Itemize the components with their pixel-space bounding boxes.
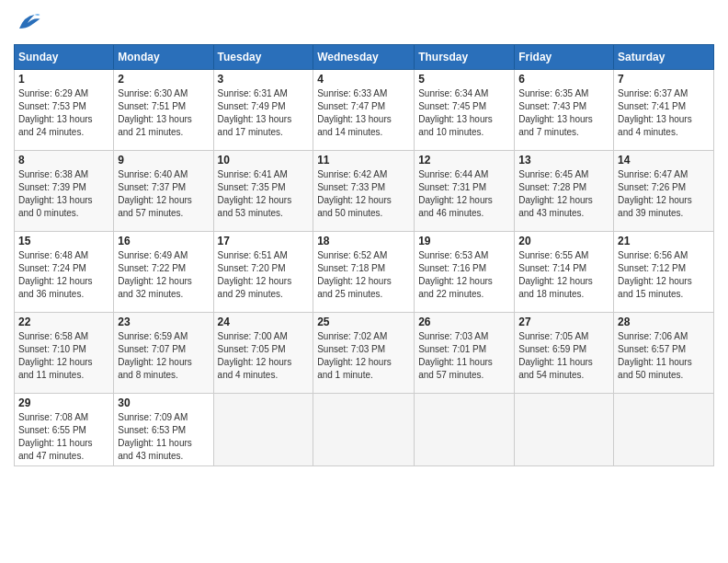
day-number: 15: [18, 235, 109, 247]
day-info: Sunrise: 6:49 AM Sunset: 7:22 PM Dayligh…: [118, 249, 209, 301]
table-row: 5Sunrise: 6:34 AM Sunset: 7:45 PM Daylig…: [415, 70, 515, 151]
day-number: 21: [618, 235, 710, 247]
day-number: 25: [317, 316, 410, 328]
day-number: 30: [118, 396, 209, 409]
day-info: Sunrise: 6:40 AM Sunset: 7:37 PM Dayligh…: [118, 168, 209, 220]
table-row: [415, 394, 515, 466]
day-info: Sunrise: 7:09 AM Sunset: 6:53 PM Dayligh…: [118, 411, 209, 463]
day-number: 19: [418, 235, 510, 247]
table-row: 10Sunrise: 6:41 AM Sunset: 7:35 PM Dayli…: [213, 151, 313, 232]
day-number: 10: [218, 154, 310, 167]
day-info: Sunrise: 6:56 AM Sunset: 7:12 PM Dayligh…: [618, 249, 710, 301]
table-row: [614, 394, 714, 466]
table-row: 21Sunrise: 6:56 AM Sunset: 7:12 PM Dayli…: [614, 232, 714, 313]
day-number: 4: [317, 73, 410, 86]
calendar-table: Sunday Monday Tuesday Wednesday Thursday…: [14, 44, 714, 466]
table-row: 13Sunrise: 6:45 AM Sunset: 7:28 PM Dayli…: [515, 151, 614, 232]
col-sunday: Sunday: [15, 45, 114, 70]
table-row: 19Sunrise: 6:53 AM Sunset: 7:16 PM Dayli…: [415, 232, 515, 313]
table-row: 29Sunrise: 7:08 AM Sunset: 6:55 PM Dayli…: [15, 394, 114, 466]
table-row: 26Sunrise: 7:03 AM Sunset: 7:01 PM Dayli…: [415, 313, 515, 394]
calendar-week-row: 1Sunrise: 6:29 AM Sunset: 7:53 PM Daylig…: [15, 70, 714, 151]
day-number: 28: [618, 316, 710, 328]
table-row: 24Sunrise: 7:00 AM Sunset: 7:05 PM Dayli…: [213, 313, 313, 394]
day-info: Sunrise: 6:33 AM Sunset: 7:47 PM Dayligh…: [317, 87, 410, 139]
table-row: 30Sunrise: 7:09 AM Sunset: 6:53 PM Dayli…: [114, 394, 213, 466]
day-number: 12: [418, 154, 510, 167]
table-row: 4Sunrise: 6:33 AM Sunset: 7:47 PM Daylig…: [313, 70, 415, 151]
table-row: 3Sunrise: 6:31 AM Sunset: 7:49 PM Daylig…: [213, 70, 313, 151]
col-thursday: Thursday: [415, 45, 515, 70]
day-info: Sunrise: 6:34 AM Sunset: 7:45 PM Dayligh…: [418, 87, 510, 139]
day-number: 5: [418, 73, 510, 86]
day-number: 29: [18, 396, 109, 409]
table-row: 9Sunrise: 6:40 AM Sunset: 7:37 PM Daylig…: [114, 151, 213, 232]
day-number: 14: [618, 154, 710, 167]
table-row: 18Sunrise: 6:52 AM Sunset: 7:18 PM Dayli…: [313, 232, 415, 313]
calendar-header-row: Sunday Monday Tuesday Wednesday Thursday…: [15, 45, 714, 70]
day-info: Sunrise: 7:00 AM Sunset: 7:05 PM Dayligh…: [218, 330, 310, 382]
day-info: Sunrise: 6:37 AM Sunset: 7:41 PM Dayligh…: [618, 87, 710, 139]
day-number: 16: [118, 235, 209, 247]
day-info: Sunrise: 7:08 AM Sunset: 6:55 PM Dayligh…: [18, 411, 109, 463]
day-info: Sunrise: 6:41 AM Sunset: 7:35 PM Dayligh…: [218, 168, 310, 220]
day-number: 9: [118, 154, 209, 167]
table-row: 14Sunrise: 6:47 AM Sunset: 7:26 PM Dayli…: [614, 151, 714, 232]
day-number: 26: [418, 316, 510, 328]
day-info: Sunrise: 6:55 AM Sunset: 7:14 PM Dayligh…: [518, 249, 609, 301]
day-info: Sunrise: 6:30 AM Sunset: 7:51 PM Dayligh…: [118, 87, 209, 139]
table-row: 1Sunrise: 6:29 AM Sunset: 7:53 PM Daylig…: [15, 70, 114, 151]
day-number: 11: [317, 154, 410, 167]
day-number: 8: [18, 154, 109, 167]
day-number: 18: [317, 235, 410, 247]
col-wednesday: Wednesday: [313, 45, 415, 70]
table-row: 28Sunrise: 7:06 AM Sunset: 6:57 PM Dayli…: [614, 313, 714, 394]
table-row: 15Sunrise: 6:48 AM Sunset: 7:24 PM Dayli…: [15, 232, 114, 313]
day-info: Sunrise: 6:51 AM Sunset: 7:20 PM Dayligh…: [218, 249, 310, 301]
day-number: 20: [518, 235, 609, 247]
day-number: 2: [118, 73, 209, 86]
table-row: 22Sunrise: 6:58 AM Sunset: 7:10 PM Dayli…: [15, 313, 114, 394]
day-info: Sunrise: 6:47 AM Sunset: 7:26 PM Dayligh…: [618, 168, 710, 220]
table-row: 6Sunrise: 6:35 AM Sunset: 7:43 PM Daylig…: [515, 70, 614, 151]
day-number: 23: [118, 316, 209, 328]
day-info: Sunrise: 6:35 AM Sunset: 7:43 PM Dayligh…: [518, 87, 609, 139]
calendar-week-row: 8Sunrise: 6:38 AM Sunset: 7:39 PM Daylig…: [15, 151, 714, 232]
table-row: 20Sunrise: 6:55 AM Sunset: 7:14 PM Dayli…: [515, 232, 614, 313]
day-number: 1: [18, 73, 109, 86]
calendar-week-row: 15Sunrise: 6:48 AM Sunset: 7:24 PM Dayli…: [15, 232, 714, 313]
table-row: 8Sunrise: 6:38 AM Sunset: 7:39 PM Daylig…: [15, 151, 114, 232]
day-info: Sunrise: 6:38 AM Sunset: 7:39 PM Dayligh…: [18, 168, 109, 220]
col-saturday: Saturday: [614, 45, 714, 70]
day-info: Sunrise: 7:06 AM Sunset: 6:57 PM Dayligh…: [618, 330, 710, 382]
table-row: 25Sunrise: 7:02 AM Sunset: 7:03 PM Dayli…: [313, 313, 415, 394]
col-friday: Friday: [515, 45, 614, 70]
table-row: 17Sunrise: 6:51 AM Sunset: 7:20 PM Dayli…: [213, 232, 313, 313]
header: [14, 9, 714, 37]
day-info: Sunrise: 6:42 AM Sunset: 7:33 PM Dayligh…: [317, 168, 410, 220]
day-number: 27: [518, 316, 609, 328]
table-row: [313, 394, 415, 466]
calendar-week-row: 29Sunrise: 7:08 AM Sunset: 6:55 PM Dayli…: [15, 394, 714, 466]
day-number: 6: [518, 73, 609, 86]
day-number: 17: [218, 235, 310, 247]
day-info: Sunrise: 6:52 AM Sunset: 7:18 PM Dayligh…: [317, 249, 410, 301]
day-info: Sunrise: 6:53 AM Sunset: 7:16 PM Dayligh…: [418, 249, 510, 301]
table-row: 23Sunrise: 6:59 AM Sunset: 7:07 PM Dayli…: [114, 313, 213, 394]
day-number: 24: [218, 316, 310, 328]
day-number: 3: [218, 73, 310, 86]
col-tuesday: Tuesday: [213, 45, 313, 70]
table-row: [515, 394, 614, 466]
table-row: 16Sunrise: 6:49 AM Sunset: 7:22 PM Dayli…: [114, 232, 213, 313]
day-info: Sunrise: 6:44 AM Sunset: 7:31 PM Dayligh…: [418, 168, 510, 220]
day-info: Sunrise: 7:03 AM Sunset: 7:01 PM Dayligh…: [418, 330, 510, 382]
day-info: Sunrise: 6:48 AM Sunset: 7:24 PM Dayligh…: [18, 249, 109, 301]
table-row: [213, 394, 313, 466]
day-info: Sunrise: 7:02 AM Sunset: 7:03 PM Dayligh…: [317, 330, 410, 382]
table-row: 27Sunrise: 7:05 AM Sunset: 6:59 PM Dayli…: [515, 313, 614, 394]
day-info: Sunrise: 6:45 AM Sunset: 7:28 PM Dayligh…: [518, 168, 609, 220]
day-info: Sunrise: 7:05 AM Sunset: 6:59 PM Dayligh…: [518, 330, 609, 382]
day-info: Sunrise: 6:59 AM Sunset: 7:07 PM Dayligh…: [118, 330, 209, 382]
calendar-week-row: 22Sunrise: 6:58 AM Sunset: 7:10 PM Dayli…: [15, 313, 714, 394]
day-info: Sunrise: 6:29 AM Sunset: 7:53 PM Dayligh…: [18, 87, 109, 139]
